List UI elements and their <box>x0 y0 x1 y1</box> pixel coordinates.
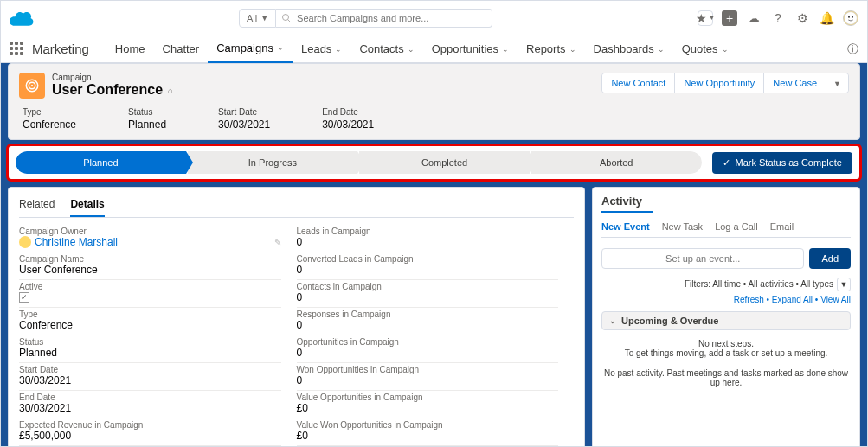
compact-label: Type <box>23 107 76 117</box>
new-event-input[interactable] <box>601 248 804 269</box>
path-component: PlannedIn ProgressCompletedAborted ✓ Mar… <box>8 145 860 180</box>
activity-title: Activity <box>601 195 851 208</box>
field-label: Value Opportunities in Campaign <box>297 393 559 402</box>
global-search-input[interactable] <box>297 13 486 23</box>
nav-item-quotes[interactable]: Quotes⌄ <box>673 35 737 63</box>
field-value: 30/03/2021 <box>19 374 71 386</box>
svg-point-4 <box>852 16 853 17</box>
chevron-down-icon: ⌄ <box>722 45 729 54</box>
compact-value: 30/03/2021 <box>218 118 270 131</box>
field-label: Leads in Campaign <box>297 227 559 236</box>
nav-item-contacts[interactable]: Contacts⌄ <box>350 35 422 63</box>
owner-avatar-icon <box>19 236 31 248</box>
new-opportunity-button[interactable]: New Opportunity <box>674 73 763 93</box>
chevron-down-icon: ⌄ <box>408 45 415 54</box>
activity-filter-links[interactable]: Refresh • Expand All • View All <box>601 295 851 304</box>
field-value: 0 <box>297 374 303 386</box>
activity-tab-new-event[interactable]: New Event <box>601 221 650 232</box>
field-value: Conference <box>19 319 73 331</box>
svg-point-3 <box>848 16 850 17</box>
edit-icon[interactable]: ✎ <box>274 238 281 247</box>
no-past-activity-text: No past activity. Past meetings and task… <box>601 368 851 387</box>
field-label: Opportunities in Campaign <box>297 337 559 347</box>
field-value: 0 <box>297 264 303 276</box>
add-event-button[interactable]: Add <box>809 248 851 269</box>
field-label: Contacts in Campaign <box>297 282 559 291</box>
field-label: Status <box>19 337 281 347</box>
chevron-down-icon: ⌄ <box>502 45 509 54</box>
no-next-steps-text: No next steps. <box>601 339 851 348</box>
tab-details[interactable]: Details <box>70 195 104 217</box>
nav-item-reports[interactable]: Reports⌄ <box>518 35 585 63</box>
field-value: 0 <box>297 319 303 331</box>
gear-icon[interactable]: ⚙ <box>794 10 810 26</box>
field-label: Expected Revenue in Campaign <box>19 420 281 430</box>
search-icon <box>281 13 292 23</box>
nav-item-opportunities[interactable]: Opportunities⌄ <box>423 35 518 63</box>
path-stage-in-progress[interactable]: In Progress <box>188 151 358 174</box>
field-value: 0 <box>297 291 303 303</box>
field-value: 0 <box>297 236 303 248</box>
record-name: User Conference <box>52 82 163 98</box>
field-label: Won Opportunities in Campaign <box>297 365 559 374</box>
chevron-down-icon: ⌄ <box>609 316 616 325</box>
chevron-down-icon: ⌄ <box>658 45 665 54</box>
activity-tab-new-task[interactable]: New Task <box>662 221 703 232</box>
compact-label: Status <box>128 107 166 117</box>
field-label: Type <box>19 310 281 319</box>
field-value: 30/03/2021 <box>19 402 71 414</box>
svg-point-0 <box>283 14 289 20</box>
field-value: £0 <box>297 402 308 414</box>
active-checkbox: ✓ <box>19 292 29 303</box>
activity-tab-email[interactable]: Email <box>770 221 794 232</box>
favorites-button[interactable]: ★▼ <box>698 10 713 26</box>
activity-tab-log-a-call[interactable]: Log a Call <box>715 221 758 232</box>
user-avatar[interactable] <box>843 10 858 26</box>
help-icon[interactable]: ? <box>770 10 786 26</box>
salesforce-logo[interactable] <box>10 10 34 27</box>
nav-item-chatter[interactable]: Chatter <box>154 35 209 63</box>
nav-item-dashboards[interactable]: Dashboards⌄ <box>585 35 673 63</box>
field-label: Converted Leads in Campaign <box>297 254 559 264</box>
field-label: Active <box>19 282 281 291</box>
check-icon: ✓ <box>723 157 730 169</box>
cloud-icon[interactable]: ☁ <box>746 10 762 26</box>
search-scope-all[interactable]: All▼ <box>239 9 276 28</box>
field-value: Planned <box>19 347 57 359</box>
path-stage-planned[interactable]: Planned <box>16 151 186 174</box>
app-launcher-icon[interactable] <box>10 42 25 57</box>
field-value: 0 <box>297 347 303 359</box>
new-case-button[interactable]: New Case <box>763 73 826 93</box>
svg-point-7 <box>31 85 33 86</box>
global-actions-button[interactable]: + <box>722 10 737 26</box>
compact-value: Planned <box>128 118 166 131</box>
svg-line-1 <box>288 19 291 22</box>
filter-icon[interactable]: ▼ <box>837 278 851 291</box>
hierarchy-icon[interactable]: ⌂ <box>168 86 173 95</box>
field-label: Start Date <box>19 365 281 374</box>
chevron-down-icon: ⌄ <box>277 43 284 52</box>
field-value: £0 <box>297 430 308 442</box>
upcoming-overdue-section[interactable]: ⌄Upcoming & Overdue <box>601 311 851 330</box>
compact-value: Conference <box>23 118 76 131</box>
field-value: User Conference <box>19 264 98 276</box>
new-contact-button[interactable]: New Contact <box>602 73 674 93</box>
chevron-down-icon: ⌄ <box>569 45 576 54</box>
path-stage-completed[interactable]: Completed <box>359 151 530 174</box>
tab-related[interactable]: Related <box>19 195 55 217</box>
path-stage-aborted[interactable]: Aborted <box>531 151 702 174</box>
bell-icon[interactable]: 🔔 <box>819 10 834 26</box>
field-label: Campaign Owner <box>19 227 281 236</box>
nav-item-home[interactable]: Home <box>106 35 154 63</box>
field-label: Campaign Name <box>19 254 281 264</box>
activity-filters-text: Filters: All time • All activities • All… <box>685 279 833 289</box>
header-more-button[interactable]: ▼ <box>826 73 848 93</box>
nav-item-leads[interactable]: Leads⌄ <box>293 35 350 63</box>
info-icon[interactable]: ⓘ <box>847 42 858 57</box>
compact-label: End Date <box>322 107 374 117</box>
mark-complete-button[interactable]: ✓ Mark Status as Complete <box>712 152 853 174</box>
field-label: Value Won Opportunities in Campaign <box>297 420 559 430</box>
nav-item-campaigns[interactable]: Campaigns⌄ <box>208 35 293 63</box>
field-value: £5,500,000 <box>19 430 71 442</box>
owner-link[interactable]: Christine Marshall <box>19 236 118 248</box>
